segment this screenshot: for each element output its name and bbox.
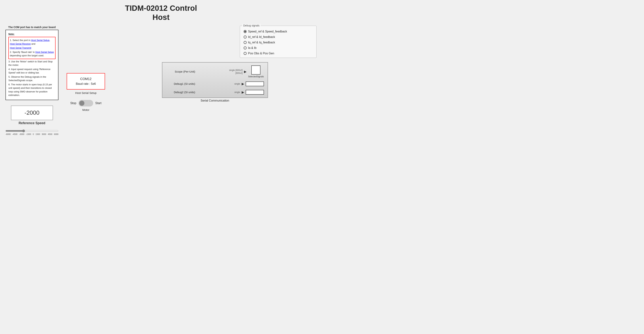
host-serial-receive-link[interactable]: Host Serial Receive	[10, 42, 31, 45]
note-highlighted: 1. Select the port in Host Serial Setup,…	[8, 37, 56, 59]
debug1-signal: single	[234, 83, 240, 85]
host-serial-transmit-link[interactable]: Host Serial Transmit	[10, 46, 31, 49]
debug-radio-3[interactable]: Iq_ref & Iq_feedback	[244, 41, 313, 44]
com-port-label: The COM port has to match your board	[6, 26, 58, 29]
scope-label: Scope (Per-Unit)	[166, 70, 195, 73]
motor-start-label: Start	[95, 102, 102, 105]
motor-label: Motor	[82, 108, 89, 111]
slider-tick-3: -3000	[19, 133, 24, 135]
scope-signal-top: single [600x2]	[229, 69, 242, 71]
slider-tick-5: 0	[33, 133, 34, 135]
reference-speed-value: -2000	[24, 109, 40, 116]
scope-signal-bottom: [600x2]	[236, 72, 242, 74]
debug-radio-5[interactable]: Pos Obs & Pos Gen	[244, 52, 313, 55]
serial-setup-box: COM12 Baud rate : 5e6	[67, 73, 105, 90]
slider-tick-9: 6000	[54, 133, 58, 135]
debug-signals-section: Debug signals Speed_ref & Speed_feedback…	[113, 26, 316, 58]
slider-tick-6: 1500	[36, 133, 40, 135]
debug1-arrow: ▶	[242, 82, 244, 86]
page-title: TIDM-02012 Control Host	[6, 4, 316, 22]
slider-tick-1: -6000	[6, 133, 10, 135]
serial-setup-section: COM12 Baud rate : 5e6 Host Serial Setup	[67, 73, 105, 94]
debug-radio-2[interactable]: Id_ref & Id_feedback	[244, 35, 313, 39]
debug2-label: Debug2 (SI units)	[166, 91, 195, 94]
reference-speed-box: -2000	[11, 106, 53, 120]
note-item-5: 5. Observe the Debug signals in the Sele…	[8, 75, 56, 82]
debug1-signal-box[interactable]	[246, 81, 264, 86]
speed-slider[interactable]	[6, 130, 58, 132]
serial-setup-label: Host Serial Setup	[75, 91, 96, 94]
serial-setup-com: COM12	[80, 76, 92, 82]
reference-speed-label: Reference Speed	[19, 121, 45, 125]
motor-stop-label: Stop	[70, 102, 76, 105]
scope-signal-box[interactable]	[251, 65, 260, 75]
serial-setup-baud: Baud rate : 5e6	[76, 81, 96, 86]
slider-tick-2: -4500	[12, 133, 17, 135]
debug-radio-1[interactable]: Speed_ref & Speed_feedback	[244, 30, 313, 33]
slider-tick-7: 3000	[42, 133, 46, 135]
slider-tick-8: 4500	[48, 133, 52, 135]
note-item-3: 3. Use the 'Motor' switch to Start and S…	[8, 60, 56, 67]
debug2-arrow: ▶	[242, 90, 244, 94]
note-title: Note:	[8, 32, 56, 36]
serial-comm-box: Scope (Per-Unit) single [600x2] [600x2] …	[162, 62, 268, 98]
host-serial-setup-link2[interactable]: Host Serial Setup	[35, 51, 54, 53]
debug-signals-box: Debug signals Speed_ref & Speed_feedback…	[240, 26, 316, 58]
selected-signals-label: SelectedSignals	[248, 75, 264, 78]
debug2-signal: single	[234, 91, 240, 94]
note-item-6: 6. The motor starts in open loop (0.15 p…	[8, 83, 56, 97]
debug-radio-4[interactable]: Ia & Ib	[244, 46, 313, 50]
debug1-label: Debug1 (SI units)	[166, 82, 195, 85]
debug2-signal-box[interactable]	[246, 90, 264, 95]
host-serial-setup-link[interactable]: Host Serial Setup	[31, 39, 50, 42]
note-box: Note: 1. Select the port in Host Serial …	[6, 30, 58, 100]
debug-signals-title: Debug signals	[242, 24, 261, 27]
scope-arrow: ▶	[244, 70, 246, 74]
motor-toggle[interactable]	[78, 100, 93, 107]
slider-tick-4: -1500	[26, 133, 31, 135]
note-item-4: 4. Input speed request using 'Reference …	[8, 67, 56, 75]
serial-comm-title: Serial Communication	[200, 99, 229, 102]
